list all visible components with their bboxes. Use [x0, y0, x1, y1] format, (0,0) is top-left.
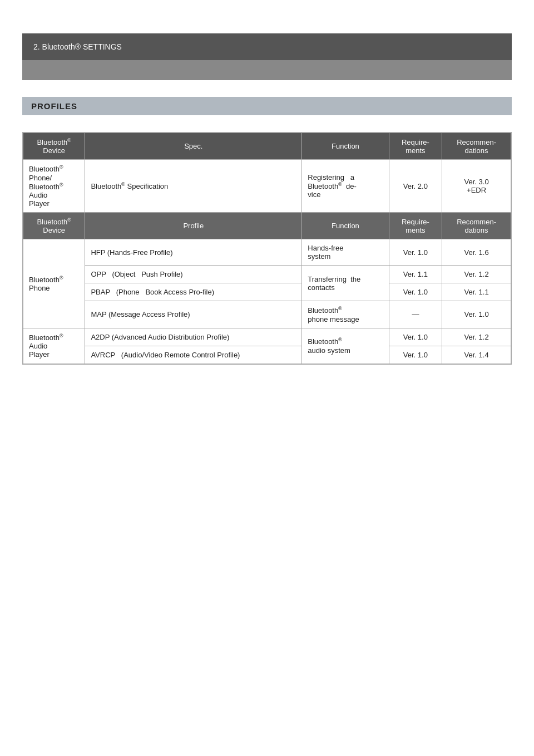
cell-device-audio: Bluetooth®AudioPlayer	[23, 328, 85, 364]
col-header-device-1: Bluetooth®Device	[23, 133, 85, 160]
cell-profile-opp: OPP (Object Push Profile)	[85, 266, 302, 283]
col-header-device-2: Bluetooth®Device	[23, 212, 85, 239]
cell-function-a2dp: Bluetooth®audio system	[302, 328, 389, 364]
col-header-requirements-1: Require-ments	[389, 133, 442, 160]
cell-device-spec: Bluetooth®Phone/Bluetooth®AudioPlayer	[23, 160, 85, 213]
cell-function-spec: Registering aBluetooth® de-vice	[302, 160, 389, 213]
table-row: AVRCP (Audio/Video Remote Control Profil…	[23, 346, 511, 364]
profiles-header: PROFILES	[22, 97, 512, 115]
cell-req-a2dp: Ver. 1.0	[389, 328, 442, 346]
cell-device-phone: Bluetooth®Phone	[23, 239, 85, 328]
cell-function-opp: Transferring thecontacts	[302, 266, 389, 301]
cell-req-hfp: Ver. 1.0	[389, 239, 442, 266]
cell-rec-spec: Ver. 3.0+EDR	[442, 160, 511, 213]
cell-profile-map: MAP (Message Access Profile)	[85, 301, 302, 328]
table-row: MAP (Message Access Profile) Bluetooth®p…	[23, 301, 511, 328]
table-row: Bluetooth®Phone HFP (Hands-Free Profile)…	[23, 239, 511, 266]
cell-rec-hfp: Ver. 1.6	[442, 239, 511, 266]
table-header-row-2: Bluetooth®Device Profile Function Requir…	[23, 212, 511, 239]
col-header-profile: Profile	[85, 212, 302, 239]
cell-profile-avrcp: AVRCP (Audio/Video Remote Control Profil…	[85, 346, 302, 364]
cell-function-hfp: Hands-freesystem	[302, 239, 389, 266]
profiles-title: PROFILES	[31, 101, 77, 111]
table-row: Bluetooth®AudioPlayer A2DP (Advanced Aud…	[23, 328, 511, 346]
spec-row: Bluetooth®Phone/Bluetooth®AudioPlayer Bl…	[23, 160, 511, 213]
cell-req-pbap: Ver. 1.0	[389, 283, 442, 301]
col-header-spec: Spec.	[85, 133, 302, 160]
table-header-row-1: Bluetooth®Device Spec. Function Require-…	[23, 133, 511, 160]
cell-rec-opp: Ver. 1.2	[442, 266, 511, 283]
col-header-recommendations-1: Recommen-dations	[442, 133, 511, 160]
section-bar	[22, 60, 512, 80]
cell-rec-map: Ver. 1.0	[442, 301, 511, 328]
cell-rec-pbap: Ver. 1.1	[442, 283, 511, 301]
cell-profile-hfp: HFP (Hands-Free Profile)	[85, 239, 302, 266]
cell-profile-pbap: PBAP (Phone Book Access Pro-file)	[85, 283, 302, 301]
profiles-table: Bluetooth®Device Spec. Function Require-…	[22, 132, 512, 365]
cell-profile-a2dp: A2DP (Advanced Audio Distribution Profil…	[85, 328, 302, 346]
col-header-function-2: Function	[302, 212, 389, 239]
bluetooth-table: Bluetooth®Device Spec. Function Require-…	[23, 132, 511, 364]
cell-rec-avrcp: Ver. 1.4	[442, 346, 511, 364]
cell-req-avrcp: Ver. 1.0	[389, 346, 442, 364]
cell-req-spec: Ver. 2.0	[389, 160, 442, 213]
cell-req-opp: Ver. 1.1	[389, 266, 442, 283]
table-row: OPP (Object Push Profile) Transferring t…	[23, 266, 511, 283]
cell-rec-a2dp: Ver. 1.2	[442, 328, 511, 346]
col-header-recommendations-2: Recommen-dations	[442, 212, 511, 239]
cell-req-map: —	[389, 301, 442, 328]
cell-function-map: Bluetooth®phone message	[302, 301, 389, 328]
top-bar: 2. Bluetooth® SETTINGS	[22, 33, 512, 60]
cell-spec: Bluetooth® Specification	[85, 160, 302, 213]
col-header-requirements-2: Require-ments	[389, 212, 442, 239]
page-wrapper: 2. Bluetooth® SETTINGS PROFILES Bluetoot…	[0, 33, 534, 756]
table-row: PBAP (Phone Book Access Pro-file) Ver. 1…	[23, 283, 511, 301]
col-header-function-1: Function	[302, 133, 389, 160]
top-bar-title: 2. Bluetooth® SETTINGS	[33, 42, 122, 51]
